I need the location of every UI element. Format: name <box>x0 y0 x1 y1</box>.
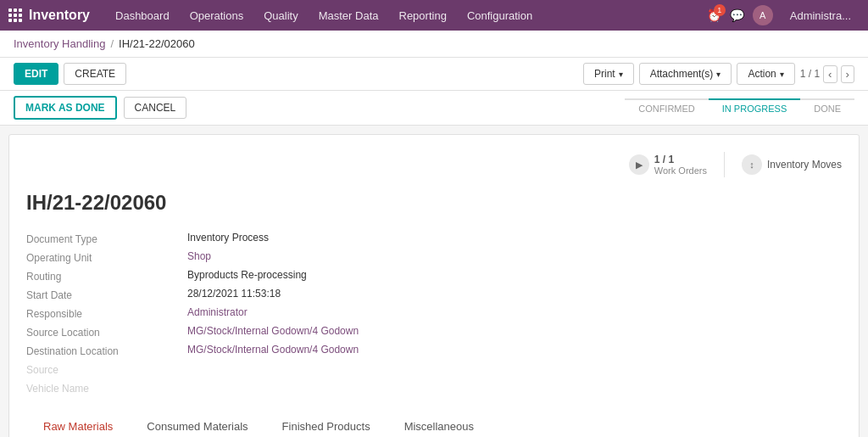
field-label-routing: Routing <box>26 269 179 283</box>
field-value-source <box>187 362 842 376</box>
action-caret: ▾ <box>780 70 784 79</box>
user-avatar[interactable]: A <box>753 5 773 25</box>
field-value-vehicle <box>187 381 842 395</box>
pagination: 1 / 1 ‹ › <box>800 65 854 83</box>
nav-configuration[interactable]: Configuration <box>459 6 541 25</box>
tab-miscellaneous[interactable]: Miscellaneous <box>387 412 491 437</box>
nav-dashboard[interactable]: Dashboard <box>107 6 178 25</box>
user-name[interactable]: Administra... <box>782 6 860 25</box>
clock-badge: 1 <box>714 4 726 16</box>
attachment-caret: ▾ <box>716 70 721 79</box>
print-caret: ▾ <box>619 70 623 79</box>
mark-bar: MARK AS DONE CANCEL CONFIRMED IN PROGRES… <box>0 91 868 126</box>
pagination-text: 1 / 1 <box>800 68 820 80</box>
action-bar: EDIT CREATE Print ▾ Attachment(s) ▾ Acti… <box>0 58 868 91</box>
inventory-moves-item[interactable]: ↕ Inventory Moves <box>742 152 842 177</box>
field-value-source-loc[interactable]: MG/Stock/Internal Godown/4 Godown <box>187 325 842 339</box>
tabs-bar: Raw Materials Consumed Materials Finishe… <box>26 412 842 437</box>
divider <box>724 152 725 177</box>
navbar-right: ⏰ 1 💬 A Administra... <box>707 5 860 25</box>
navbar: Inventory Dashboard Operations Quality M… <box>0 0 868 31</box>
content-area: ▶ 1 / 1 Work Orders ↕ Inventory Moves IH… <box>8 134 860 437</box>
next-button[interactable]: › <box>841 65 854 83</box>
tab-finished-products[interactable]: Finished Products <box>265 412 387 437</box>
work-orders-info: 1 / 1 Work Orders <box>654 154 707 176</box>
breadcrumb-separator: / <box>110 37 114 50</box>
breadcrumb-parent[interactable]: Inventory Handling <box>14 37 105 50</box>
grid-icon <box>8 8 22 22</box>
work-orders-bar: ▶ 1 / 1 Work Orders ↕ Inventory Moves <box>26 152 842 177</box>
nav-reporting[interactable]: Reporting <box>391 6 455 25</box>
field-label-source: Source <box>26 362 179 376</box>
status-done[interactable]: DONE <box>800 98 854 117</box>
field-label-start-date: Start Date <box>26 288 179 301</box>
work-orders-count: 1 / 1 <box>654 154 707 165</box>
field-label-doc-type: Document Type <box>26 232 179 245</box>
field-value-start-date: 28/12/2021 11:53:18 <box>187 288 842 301</box>
mark-as-done-button[interactable]: MARK AS DONE <box>14 96 117 120</box>
document-title: IH/21-22/02060 <box>26 191 842 215</box>
status-in-progress[interactable]: IN PROGRESS <box>709 98 800 117</box>
status-confirmed[interactable]: CONFIRMED <box>625 98 709 117</box>
field-label-source-loc: Source Location <box>26 325 179 339</box>
chat-icon[interactable]: 💬 <box>730 8 744 22</box>
breadcrumb: Inventory Handling / IH/21-22/02060 <box>0 31 868 58</box>
field-value-responsible[interactable]: Administrator <box>187 306 842 320</box>
main-content: ▶ 1 / 1 Work Orders ↕ Inventory Moves IH… <box>0 134 868 437</box>
field-value-doc-type: Inventory Process <box>187 232 842 245</box>
field-value-routing: Byproducts Re-processing <box>187 269 842 283</box>
create-button[interactable]: CREATE <box>64 63 126 85</box>
inventory-moves-label: Inventory Moves <box>767 159 842 171</box>
field-label-vehicle: Vehicle Name <box>26 381 179 395</box>
work-orders-item[interactable]: ▶ 1 / 1 Work Orders <box>629 152 707 177</box>
clock-icon[interactable]: ⏰ 1 <box>707 8 721 22</box>
nav-quality[interactable]: Quality <box>255 6 306 25</box>
edit-button[interactable]: EDIT <box>14 63 58 85</box>
attachment-button[interactable]: Attachment(s) ▾ <box>639 63 732 85</box>
breadcrumb-current: IH/21-22/02060 <box>119 37 195 50</box>
field-label-responsible: Responsible <box>26 306 179 320</box>
field-label-dest-loc: Destination Location <box>26 344 179 357</box>
field-value-op-unit[interactable]: Shop <box>187 250 842 264</box>
work-orders-label: Work Orders <box>654 165 707 176</box>
cancel-button[interactable]: CANCEL <box>124 97 187 119</box>
tab-raw-materials[interactable]: Raw Materials <box>26 412 130 437</box>
action-button[interactable]: Action ▾ <box>737 63 794 85</box>
user-initial: A <box>760 10 765 20</box>
prev-button[interactable]: ‹ <box>823 65 837 83</box>
app-brand[interactable]: Inventory <box>8 8 90 23</box>
field-label-op-unit: Operating Unit <box>26 250 179 264</box>
play-icon: ▶ <box>629 154 649 175</box>
nav-operations[interactable]: Operations <box>181 6 253 25</box>
brand-name: Inventory <box>29 8 90 23</box>
navbar-menu: Dashboard Operations Quality Master Data… <box>107 6 707 25</box>
tab-consumed-materials[interactable]: Consumed Materials <box>130 412 264 437</box>
print-button[interactable]: Print ▾ <box>583 63 634 85</box>
nav-master-data[interactable]: Master Data <box>310 6 387 25</box>
field-value-dest-loc[interactable]: MG/Stock/Internal Godown/4 Godown <box>187 344 842 357</box>
moves-icon: ↕ <box>742 154 762 175</box>
form-fields: Document Type Inventory Process Operatin… <box>26 232 842 395</box>
